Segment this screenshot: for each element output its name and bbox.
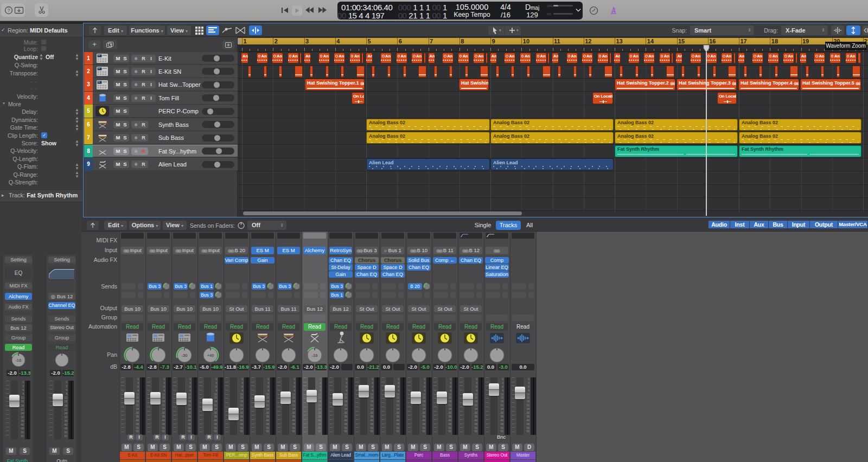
svg-text:-16: -16 (312, 353, 318, 358)
svg-text:-30: -30 (182, 353, 188, 358)
svg-text:-16: -16 (16, 358, 22, 363)
svg-text:?: ? (8, 8, 10, 13)
svg-text:+40: +40 (207, 353, 214, 358)
